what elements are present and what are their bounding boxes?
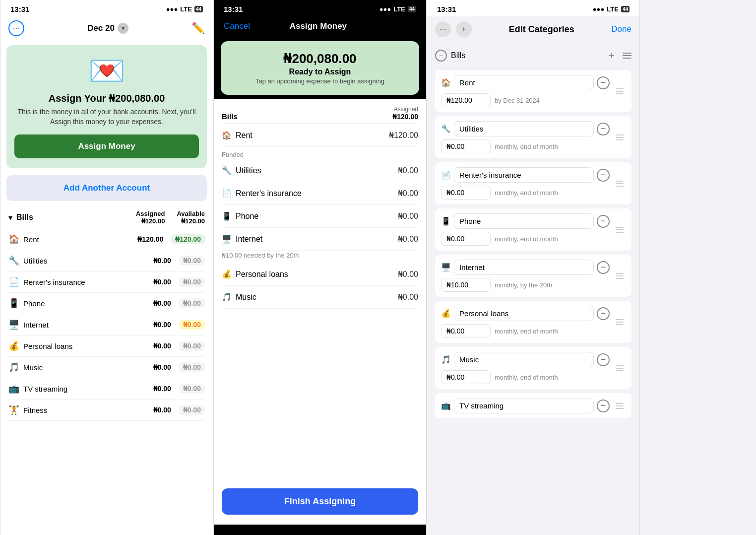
list-item[interactable]: 📄Renter's insurance ₦0.00 (222, 182, 418, 205)
assign-money-button[interactable]: Assign Money (14, 134, 199, 158)
menu-icon-3[interactable]: ··· (435, 21, 451, 37)
tv-minus-icon[interactable]: − (597, 400, 610, 412)
list-item[interactable]: 📱Phone ₦0.00 (222, 205, 418, 228)
nav-bar-1: ··· Dec 20 ▾ ✏️ (0, 16, 213, 41)
drag-handle-internet[interactable] (614, 271, 626, 281)
renters-value-input[interactable] (441, 186, 491, 200)
ready-amount: ₦200,080.00 (231, 51, 409, 67)
status-bar-2: 13:31 ●●● LTE 44 (214, 0, 426, 16)
nav-bar-3: ··· + Edit Categories Done (427, 16, 639, 43)
internet-minus-icon[interactable]: − (597, 261, 610, 274)
drag-handle-tv[interactable] (614, 401, 626, 411)
internet-value-input[interactable] (441, 278, 491, 292)
rent-value-input[interactable] (441, 93, 491, 107)
cancel-button[interactable]: Cancel (224, 21, 250, 31)
lte-2: LTE (393, 5, 405, 13)
status-right-3: ●●● LTE 44 (593, 5, 630, 13)
battery-1: 44 (194, 6, 203, 12)
drag-handle-renters[interactable] (614, 179, 626, 189)
bills-actions: + (608, 49, 631, 62)
loans-emoji: 💰 (441, 309, 451, 318)
renters-name-input[interactable] (454, 167, 594, 183)
status-right-1: ●●● LTE 44 (166, 5, 203, 13)
cat-value-row-phone: monthly, end of month (441, 232, 610, 246)
internet-emoji: 🖥️ (441, 263, 451, 272)
list-item[interactable]: 🖥️Internet ₦0.00 (222, 228, 418, 251)
nav-title: Dec 20 ▾ (87, 23, 128, 34)
list-item[interactable]: 🏠Rent ₦120.00 (222, 124, 418, 147)
table-row[interactable]: 🏋️Fitness ₦0.00 ₦0.00 (8, 400, 205, 421)
reorder-icon[interactable] (623, 53, 631, 59)
cat-value-row-loans: monthly, end of month (441, 324, 610, 338)
drag-handle-music[interactable] (614, 363, 626, 373)
cat-content-utilities: 🔧 − monthly, end of month (441, 121, 610, 153)
nav-bar-2: Cancel Assign Money (214, 16, 426, 37)
utilities-name-input[interactable] (454, 121, 594, 136)
chevron-down-icon[interactable]: ▾ (118, 23, 128, 34)
menu-icon[interactable]: ··· (8, 20, 24, 36)
utilities-minus-icon[interactable]: − (597, 123, 610, 135)
finish-btn-wrap: Finish Assigning (214, 481, 426, 525)
add-account-button[interactable]: Add Another Account (6, 175, 207, 201)
loans-value-input[interactable] (441, 324, 491, 338)
chevron-expand-icon[interactable]: ▾ (8, 213, 12, 222)
ready-banner: ₦200,080.00 Ready to Assign Tap an upcom… (221, 41, 419, 95)
bills-collapse-icon[interactable]: − (435, 50, 447, 62)
rent-name-input[interactable] (454, 75, 594, 90)
edit-icon[interactable]: ✏️ (191, 22, 205, 35)
bills-header-left: ▾ Bills (8, 213, 33, 222)
drag-handle-phone[interactable] (614, 225, 626, 235)
list-item[interactable]: 🔧Utilities ₦0.00 (222, 159, 418, 182)
list-item[interactable]: 🎵Music ₦0.00 (222, 286, 418, 309)
table-row[interactable]: 📱Phone ₦0.00 ₦0.00 (8, 293, 205, 314)
bills-header-right: Assigned ₦120.00 Available ₦120.00 (136, 210, 205, 225)
assign-banner: 💌 Assign Your ₦200,080.00 This is the mo… (6, 45, 207, 168)
loans-name-input[interactable] (454, 306, 594, 321)
table-row[interactable]: 🏠Rent ₦120.00 ₦120.00 (8, 229, 205, 250)
loans-minus-icon[interactable]: − (597, 307, 610, 320)
signal-1: ●●● (166, 5, 178, 13)
tv-name-input[interactable] (454, 398, 594, 413)
battery-2: 44 (408, 6, 416, 12)
home-indicator (290, 528, 350, 530)
lte-1: LTE (180, 5, 192, 13)
banner-description: This is the money in all of your bank ac… (14, 107, 199, 127)
table-row[interactable]: 📺TV streaming ₦0.00 ₦0.00 (8, 378, 205, 400)
add-icon-3[interactable]: + (456, 21, 472, 37)
finish-assigning-button[interactable]: Finish Assigning (222, 488, 418, 515)
cat-content-music: 🎵 − monthly, end of month (441, 352, 610, 384)
music-minus-icon[interactable]: − (597, 353, 610, 366)
done-button[interactable]: Done (611, 24, 631, 34)
rent-minus-icon[interactable]: − (597, 76, 610, 89)
screen-3: 13:31 ●●● LTE 44 ··· + Edit Categories D… (427, 0, 640, 535)
utilities-value-input[interactable] (441, 139, 491, 153)
table-row[interactable]: 💰Personal loans ₦0.00 ₦0.00 (8, 335, 205, 357)
list-item[interactable]: 💰Personal loans ₦0.00 (222, 263, 418, 286)
ready-sub: Tap an upcoming expense to begin assigni… (231, 77, 409, 85)
renters-emoji: 📄 (441, 170, 451, 180)
add-category-icon[interactable]: + (608, 49, 615, 62)
bills-title-3: Bills (451, 51, 465, 60)
ready-label: Ready to Assign (231, 67, 409, 76)
phone-name-input[interactable] (454, 213, 594, 229)
table-row[interactable]: 📄Renter's insurance ₦0.00 ₦0.00 (8, 271, 205, 293)
bills-row-3: − Bills + (435, 45, 631, 66)
drag-handle-utilities[interactable] (614, 133, 626, 142)
phone-minus-icon[interactable]: − (597, 215, 610, 228)
table-row[interactable]: 🎵Music ₦0.00 ₦0.00 (8, 357, 205, 378)
internet-name-input[interactable] (454, 260, 594, 275)
music-value-input[interactable] (441, 370, 491, 384)
rent-emoji: 🏠 (441, 78, 451, 87)
signal-2: ●●● (379, 5, 391, 13)
music-name-input[interactable] (454, 352, 594, 367)
drag-handle-loans[interactable] (614, 317, 626, 327)
phone-value-input[interactable] (441, 232, 491, 246)
cat-name-row-utilities: 🔧 − (441, 121, 610, 136)
bills-available-col: Available ₦120.00 (177, 210, 205, 225)
renters-minus-icon[interactable]: − (597, 169, 610, 182)
drag-handle-rent[interactable] (614, 86, 626, 96)
screen3-nav-icons: ··· + (435, 21, 472, 37)
bills-label: − Bills (435, 50, 465, 62)
table-row[interactable]: 🔧Utilities ₦0.00 ₦0.00 (8, 250, 205, 271)
table-row[interactable]: 🖥️Internet ₦0.00 ₦0.00 (8, 314, 205, 335)
